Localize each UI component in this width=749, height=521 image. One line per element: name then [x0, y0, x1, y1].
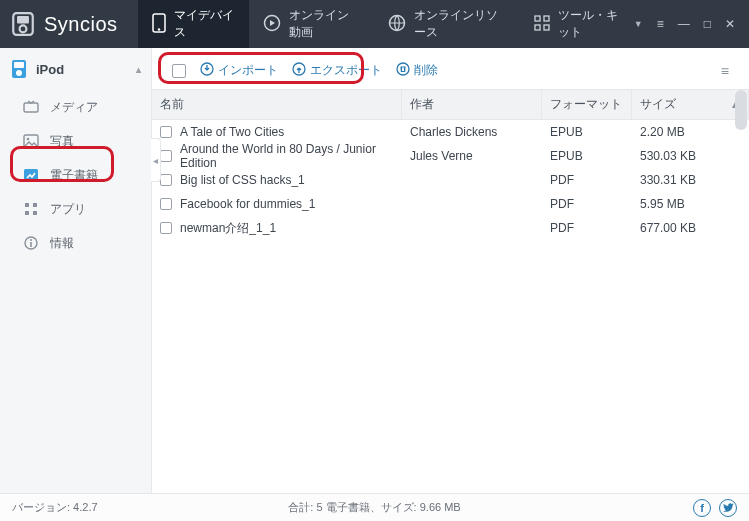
svg-rect-14	[24, 103, 38, 112]
scrollbar-thumb[interactable]	[735, 90, 747, 130]
table-body: A Tale of Two CitiesCharles DickensEPUB2…	[152, 120, 749, 493]
settings-icon[interactable]: ≡	[657, 17, 664, 31]
trash-icon	[396, 62, 410, 79]
status-summary: 合計: 5 電子書籍、サイズ: 9.66 MB	[288, 500, 460, 515]
column-header-author[interactable]: 作者	[402, 90, 542, 119]
cell-name: newman介绍_1_1	[180, 220, 276, 237]
import-icon	[200, 62, 214, 79]
svg-rect-21	[33, 211, 37, 215]
globe-icon	[388, 14, 406, 35]
nav-online-resource[interactable]: オンラインリソース	[374, 0, 520, 48]
table-row[interactable]: newman介绍_1_1PDF677.00 KB	[152, 216, 749, 240]
book-icon	[22, 166, 40, 184]
ipod-icon	[10, 60, 28, 78]
cell-size: 2.20 MB	[632, 125, 749, 139]
table-row[interactable]: Around the World in 80 Days / Junior Edi…	[152, 144, 749, 168]
svg-rect-24	[30, 242, 32, 247]
nav-label: オンライン動画	[289, 7, 360, 41]
svg-rect-19	[33, 203, 37, 207]
table-header: 名前 作者 フォーマット サイズ▲	[152, 89, 749, 120]
play-circle-icon	[263, 14, 281, 35]
svg-point-13	[16, 70, 22, 76]
sidebar: iPod ▴ メディア 写真 電子書籍 アプリ 情報	[0, 48, 152, 493]
cell-author: Jules Verne	[402, 149, 542, 163]
sidebar-item-photos[interactable]: 写真	[0, 124, 151, 158]
phone-icon	[152, 13, 166, 36]
button-label: インポート	[218, 62, 278, 79]
cell-format: PDF	[542, 173, 632, 187]
device-name: iPod	[36, 62, 64, 77]
cell-format: EPUB	[542, 125, 632, 139]
close-button[interactable]: ✕	[725, 17, 735, 31]
title-bar: Syncios マイデバイス オンライン動画 オンラインリソース ツール・キット…	[0, 0, 749, 48]
export-icon	[292, 62, 306, 79]
app-logo: Syncios	[0, 11, 138, 37]
column-header-size[interactable]: サイズ▲	[632, 90, 749, 119]
sidebar-item-label: アプリ	[50, 201, 86, 218]
svg-rect-12	[14, 62, 24, 68]
column-header-format[interactable]: フォーマット	[542, 90, 632, 119]
cell-name: Big list of CSS hacks_1	[180, 173, 305, 187]
sort-menu-icon[interactable]: ≡	[721, 63, 729, 79]
svg-point-23	[30, 239, 32, 241]
svg-rect-9	[535, 25, 540, 30]
cell-name: Around the World in 80 Days / Junior Edi…	[180, 142, 394, 170]
twitter-icon[interactable]	[719, 499, 737, 517]
apps-icon	[22, 200, 40, 218]
minimize-button[interactable]: —	[678, 17, 690, 31]
sidebar-item-info[interactable]: 情報	[0, 226, 151, 260]
cell-format: PDF	[542, 197, 632, 211]
tv-icon	[22, 98, 40, 116]
cell-format: EPUB	[542, 149, 632, 163]
status-bar: バージョン: 4.2.7 合計: 5 電子書籍、サイズ: 9.66 MB f	[0, 493, 749, 521]
cell-name: Facebook for dummies_1	[180, 197, 315, 211]
svg-point-16	[27, 138, 30, 141]
svg-rect-10	[544, 25, 549, 30]
select-all-checkbox[interactable]	[172, 64, 186, 78]
cell-format: PDF	[542, 221, 632, 235]
svg-rect-20	[25, 211, 29, 215]
row-checkbox[interactable]	[160, 126, 172, 138]
device-header[interactable]: iPod ▴	[0, 54, 151, 84]
delete-button[interactable]: 削除	[396, 62, 438, 79]
svg-point-2	[20, 25, 27, 32]
sidebar-item-apps[interactable]: アプリ	[0, 192, 151, 226]
app-name: Syncios	[44, 13, 118, 36]
cell-size: 530.03 KB	[632, 149, 749, 163]
app-logo-icon	[10, 11, 36, 37]
button-label: 削除	[414, 62, 438, 79]
nav-online-video[interactable]: オンライン動画	[249, 0, 374, 48]
nav-label: ツール・キット	[558, 7, 627, 41]
export-button[interactable]: エクスポート	[292, 62, 382, 79]
cell-size: 330.31 KB	[632, 173, 749, 187]
facebook-icon[interactable]: f	[693, 499, 711, 517]
import-button[interactable]: インポート	[200, 62, 278, 79]
table-row[interactable]: Facebook for dummies_1PDF5.95 MB	[152, 192, 749, 216]
row-checkbox[interactable]	[160, 222, 172, 234]
cell-size: 5.95 MB	[632, 197, 749, 211]
svg-point-4	[158, 28, 160, 30]
row-checkbox[interactable]	[160, 198, 172, 210]
sidebar-item-label: メディア	[50, 99, 98, 116]
svg-rect-8	[544, 16, 549, 21]
cell-name: A Tale of Two Cities	[180, 125, 284, 139]
sidebar-item-ebooks[interactable]: 電子書籍	[0, 158, 151, 192]
sidebar-item-label: 写真	[50, 133, 74, 150]
row-checkbox[interactable]	[160, 150, 172, 162]
nav-my-device[interactable]: マイデバイス	[138, 0, 249, 48]
sidebar-collapse-handle[interactable]: ◂	[151, 138, 161, 182]
nav-toolkit[interactable]: ツール・キット ▼	[520, 0, 656, 48]
table-row[interactable]: A Tale of Two CitiesCharles DickensEPUB2…	[152, 120, 749, 144]
column-header-name[interactable]: 名前	[152, 90, 402, 119]
maximize-button[interactable]: □	[704, 17, 711, 31]
row-checkbox[interactable]	[160, 174, 172, 186]
sidebar-item-label: 情報	[50, 235, 74, 252]
image-icon	[22, 132, 40, 150]
sidebar-item-media[interactable]: メディア	[0, 90, 151, 124]
chevron-up-icon: ▴	[136, 64, 141, 75]
button-label: エクスポート	[310, 62, 382, 79]
nav-label: オンラインリソース	[414, 7, 506, 41]
cell-author: Charles Dickens	[402, 125, 542, 139]
version-label: バージョン: 4.2.7	[12, 500, 98, 515]
table-row[interactable]: Big list of CSS hacks_1PDF330.31 KB	[152, 168, 749, 192]
